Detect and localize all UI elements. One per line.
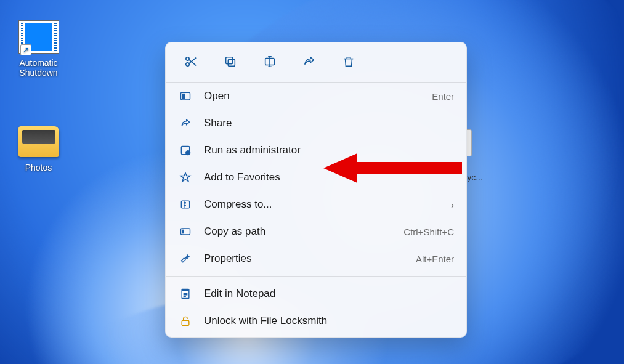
wrench-icon bbox=[178, 251, 193, 266]
path-icon bbox=[178, 224, 193, 239]
chevron-right-icon: › bbox=[451, 200, 454, 210]
menu-item-run-as-administrator[interactable]: Run as administrator bbox=[166, 137, 466, 164]
menu-item-label: Share bbox=[204, 117, 454, 129]
trash-icon bbox=[342, 55, 355, 71]
desktop-icon-label: Photos bbox=[9, 163, 68, 172]
desktop-icon-automatic-shutdown[interactable]: ↗ Automatic Shutdown bbox=[9, 18, 68, 78]
share-icon bbox=[178, 116, 193, 131]
menu-item-add-to-favorites[interactable]: Add to Favorites bbox=[166, 164, 466, 191]
cut-button[interactable] bbox=[180, 52, 201, 73]
menu-item-share[interactable]: Share bbox=[166, 110, 466, 137]
menu-item-label: Open bbox=[204, 90, 432, 102]
desktop-icon-label: yc... bbox=[466, 172, 484, 182]
rename-icon bbox=[263, 55, 277, 71]
menu-item-label: Run as administrator bbox=[204, 144, 454, 156]
shortcut-arrow-badge: ↗ bbox=[20, 44, 31, 55]
desktop-icon-photos[interactable]: Photos bbox=[9, 123, 68, 172]
menu-item-label: Add to Favorites bbox=[204, 171, 454, 184]
menu-item-label: Copy as path bbox=[204, 225, 403, 238]
menu-item-compress-to[interactable]: Compress to... › bbox=[166, 191, 466, 218]
menu-item-label: Unlock with File Locksmith bbox=[204, 315, 454, 327]
notepad-icon bbox=[178, 286, 193, 301]
svg-rect-6 bbox=[182, 94, 185, 99]
text-file-icon: ↗ bbox=[17, 18, 60, 55]
shield-admin-icon bbox=[178, 143, 193, 158]
copy-button[interactable] bbox=[220, 52, 241, 73]
desktop-icon-recycle-partial[interactable]: yc... bbox=[466, 129, 484, 179]
folder-icon bbox=[17, 123, 60, 160]
desktop-icon-label: Automatic Shutdown bbox=[9, 58, 68, 78]
menu-item-accelerator: Ctrl+Shift+C bbox=[403, 227, 454, 237]
share-arrow-icon bbox=[302, 55, 316, 71]
menu-item-open[interactable]: Open Enter bbox=[166, 83, 466, 110]
scissors-icon bbox=[184, 55, 198, 71]
delete-button[interactable] bbox=[338, 52, 359, 73]
svg-rect-3 bbox=[226, 57, 233, 64]
menu-item-properties[interactable]: Properties Alt+Enter bbox=[166, 245, 466, 272]
unlock-icon bbox=[178, 313, 193, 328]
rename-button[interactable] bbox=[259, 52, 280, 73]
context-menu: Open Enter Share Run as administrator Ad… bbox=[165, 42, 467, 338]
star-icon bbox=[178, 170, 193, 185]
share-button[interactable] bbox=[299, 52, 320, 73]
menu-item-label: Properties bbox=[204, 253, 416, 265]
copy-icon bbox=[224, 55, 237, 71]
menu-item-edit-in-notepad[interactable]: Edit in Notepad bbox=[166, 280, 466, 307]
divider bbox=[166, 276, 466, 277]
svg-rect-2 bbox=[228, 59, 235, 66]
svg-rect-14 bbox=[182, 320, 189, 325]
menu-item-copy-as-path[interactable]: Copy as path Ctrl+Shift+C bbox=[166, 218, 466, 245]
svg-rect-13 bbox=[182, 289, 189, 291]
context-menu-top-actions bbox=[166, 42, 466, 82]
menu-item-accelerator: Enter bbox=[432, 91, 454, 102]
archive-icon bbox=[178, 197, 193, 212]
menu-item-label: Edit in Notepad bbox=[204, 288, 454, 300]
open-icon bbox=[178, 89, 193, 103]
svg-rect-9 bbox=[181, 201, 189, 208]
svg-point-8 bbox=[185, 150, 190, 155]
menu-item-unlock-file-locksmith[interactable]: Unlock with File Locksmith bbox=[166, 307, 466, 334]
menu-item-accelerator: Alt+Enter bbox=[416, 254, 454, 264]
svg-rect-11 bbox=[182, 230, 184, 234]
menu-item-label: Compress to... bbox=[204, 198, 446, 211]
